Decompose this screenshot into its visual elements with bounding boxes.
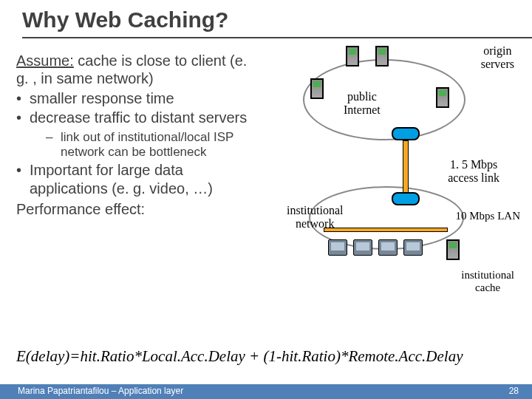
bullet-3-text: Important for large data applications (e…	[30, 161, 262, 197]
sub-bullet-text: link out of institutional/local ISP netw…	[61, 130, 262, 160]
cache-label: institutionalcache	[461, 269, 514, 293]
bullet-dot: •	[16, 89, 30, 107]
server-icon	[436, 87, 449, 108]
bullet-1-text: smaller response time	[30, 89, 174, 107]
access-link-icon	[403, 140, 409, 194]
bullet-2: • decrease traffic to distant servers	[16, 109, 262, 126]
server-icon	[346, 46, 359, 66]
diagram: originservers publicInternet 1. 5 Mbpsac…	[266, 38, 532, 290]
bullet-1: • smaller response time	[16, 89, 262, 107]
router-icon	[392, 192, 420, 205]
cache-server-icon	[446, 239, 460, 260]
footer-author: Marina Papatriantafilou – Application la…	[18, 386, 183, 399]
sub-bullet: – link out of institutional/local ISP ne…	[16, 130, 262, 160]
computer-icon	[403, 239, 423, 256]
server-icon	[375, 46, 389, 66]
page-title: Why Web Caching?	[0, 0, 532, 37]
footer-bar: Marina Papatriantafilou – Application la…	[0, 384, 532, 399]
bullet-dot: •	[16, 109, 30, 126]
assume-label: Assume:	[16, 52, 74, 69]
delay-formula: E(delay)=hit.Ratio*Local.Acc.Delay + (1-…	[16, 347, 463, 366]
institutional-network-label: institutionalnetwork	[287, 204, 343, 230]
bullet-2-text: decrease traffic to distant servers	[30, 109, 247, 126]
content-columns: Assume: cache is close to client (e. g. …	[0, 38, 532, 290]
server-icon	[310, 78, 324, 99]
computer-icon	[353, 239, 372, 256]
bullet-dot: •	[16, 161, 30, 197]
dash-icon: –	[46, 130, 61, 160]
public-internet-label: publicInternet	[344, 90, 381, 116]
computer-icon	[378, 239, 398, 256]
left-column: Assume: cache is close to client (e. g. …	[0, 38, 266, 290]
page-number: 28	[509, 386, 519, 399]
origin-label: originservers	[481, 44, 514, 70]
computer-icon	[328, 239, 347, 256]
router-icon	[392, 127, 420, 140]
lan-label: 10 Mbps LAN	[455, 210, 520, 222]
assume-line: Assume: cache is close to client (e. g. …	[16, 52, 262, 88]
bullet-3: • Important for large data applications …	[16, 161, 262, 197]
access-link-label: 1. 5 Mbpsaccess link	[448, 158, 499, 184]
performance-label: Performance effect:	[16, 200, 262, 218]
